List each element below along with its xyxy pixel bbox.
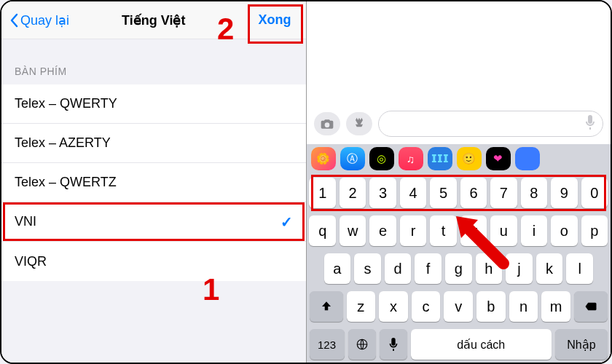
option-label: Telex – QWERTY bbox=[15, 96, 117, 111]
message-compose-area bbox=[307, 1, 611, 103]
settings-panel: Quay lại Tiếng Việt Xong 2 BÀN PHÍM Tele… bbox=[1, 1, 307, 363]
keyboard-option[interactable]: VNI ✓ bbox=[1, 202, 306, 242]
key-b[interactable]: b bbox=[476, 291, 506, 322]
checkmark-icon: ✓ bbox=[280, 213, 293, 231]
app-icon-activity[interactable]: ◎ bbox=[369, 147, 394, 170]
key-g[interactable]: g bbox=[445, 253, 472, 284]
app-icon-digitaltouch[interactable]: ❤ bbox=[486, 147, 511, 170]
key-a[interactable]: a bbox=[324, 253, 351, 284]
option-label: Telex – AZERTY bbox=[15, 135, 111, 151]
key-row-3: a s d f g h j k l bbox=[310, 253, 608, 284]
onscreen-keyboard: 1 2 3 4 5 6 7 8 9 0 q w e r t y u i bbox=[307, 173, 611, 363]
option-label: VNI bbox=[15, 214, 36, 229]
key-h[interactable]: h bbox=[476, 253, 503, 284]
shift-icon bbox=[320, 300, 333, 313]
key-d[interactable]: d bbox=[385, 253, 412, 284]
backspace-icon bbox=[584, 300, 597, 313]
key-z[interactable]: z bbox=[347, 291, 376, 322]
shift-key[interactable] bbox=[310, 291, 343, 322]
keyboard-option[interactable]: VIQR bbox=[1, 242, 306, 281]
keyboard-option[interactable]: Telex – QWERTZ bbox=[1, 163, 306, 202]
key-x[interactable]: x bbox=[379, 291, 408, 322]
mode-key[interactable]: 123 bbox=[310, 329, 345, 360]
key-r[interactable]: r bbox=[400, 215, 426, 246]
key-row-4: z x c v b n m bbox=[310, 291, 608, 322]
messages-panel: 🌼 Ⓐ ◎ ♫ 𝗜𝗜𝗜 🙂 ❤ 1 2 3 4 5 6 7 8 9 0 bbox=[307, 1, 611, 363]
key-0[interactable]: 0 bbox=[581, 178, 608, 208]
nav-title: Tiếng Việt bbox=[122, 12, 185, 28]
section-header: BÀN PHÍM bbox=[1, 39, 306, 84]
app-icon-photos[interactable]: 🌼 bbox=[311, 147, 336, 170]
appstore-button[interactable] bbox=[346, 112, 372, 135]
key-i[interactable]: i bbox=[521, 215, 547, 246]
message-input-bar bbox=[307, 103, 611, 144]
app-strip: 🌼 Ⓐ ◎ ♫ 𝗜𝗜𝗜 🙂 ❤ bbox=[307, 144, 611, 173]
key-row-bottom: 123 dấu cách Nhập bbox=[310, 329, 608, 360]
key-k[interactable]: k bbox=[536, 253, 563, 284]
appstore-icon bbox=[352, 116, 366, 131]
back-label: Quay lại bbox=[20, 12, 69, 28]
nav-bar: Quay lại Tiếng Việt Xong bbox=[1, 1, 306, 39]
chevron-left-icon bbox=[9, 13, 19, 28]
key-5[interactable]: 5 bbox=[430, 178, 456, 208]
key-8[interactable]: 8 bbox=[521, 178, 547, 208]
key-3[interactable]: 3 bbox=[369, 178, 396, 208]
dictation-key[interactable] bbox=[380, 329, 407, 360]
key-y[interactable]: y bbox=[460, 215, 487, 246]
key-row-2: q w e r t y u i o p bbox=[310, 215, 608, 246]
option-label: VIQR bbox=[15, 254, 47, 269]
key-1[interactable]: 1 bbox=[309, 178, 335, 208]
keyboard-option[interactable]: Telex – AZERTY bbox=[1, 124, 306, 163]
mic-icon[interactable] bbox=[585, 115, 595, 132]
key-l[interactable]: l bbox=[566, 253, 593, 284]
key-w[interactable]: w bbox=[340, 215, 366, 246]
key-c[interactable]: c bbox=[412, 291, 441, 322]
keyboard-list: Telex – QWERTY Telex – AZERTY Telex – QW… bbox=[1, 84, 306, 281]
key-q[interactable]: q bbox=[309, 215, 335, 246]
enter-key[interactable]: Nhập bbox=[555, 329, 608, 360]
key-row-numbers: 1 2 3 4 5 6 7 8 9 0 bbox=[310, 178, 608, 208]
annotation-highlight-vni bbox=[3, 202, 305, 241]
key-o[interactable]: o bbox=[551, 215, 577, 246]
back-button[interactable]: Quay lại bbox=[9, 12, 69, 28]
key-s[interactable]: s bbox=[354, 253, 381, 284]
key-t[interactable]: t bbox=[430, 215, 456, 246]
option-label: Telex – QWERTZ bbox=[15, 175, 117, 190]
globe-key[interactable] bbox=[348, 329, 376, 360]
mic-icon bbox=[387, 338, 400, 351]
key-p[interactable]: p bbox=[581, 215, 608, 246]
app-icon-memoji[interactable]: 🙂 bbox=[457, 147, 482, 170]
app-icon-more[interactable] bbox=[515, 147, 540, 170]
camera-button[interactable] bbox=[314, 112, 340, 135]
keyboard-option[interactable]: Telex – QWERTY bbox=[1, 84, 306, 124]
space-key[interactable]: dấu cách bbox=[411, 329, 552, 360]
key-6[interactable]: 6 bbox=[460, 178, 487, 208]
app-icon-appstore[interactable]: Ⓐ bbox=[340, 147, 365, 170]
camera-icon bbox=[320, 116, 334, 131]
key-u[interactable]: u bbox=[490, 215, 517, 246]
app-icon-music[interactable]: ♫ bbox=[399, 147, 423, 170]
key-2[interactable]: 2 bbox=[340, 178, 366, 208]
key-v[interactable]: v bbox=[444, 291, 473, 322]
message-input[interactable] bbox=[378, 111, 604, 137]
globe-icon bbox=[356, 338, 369, 351]
key-m[interactable]: m bbox=[541, 291, 570, 322]
backspace-key[interactable] bbox=[574, 291, 608, 322]
key-9[interactable]: 9 bbox=[551, 178, 577, 208]
app-icon-audio[interactable]: 𝗜𝗜𝗜 bbox=[428, 147, 452, 170]
done-button[interactable]: Xong bbox=[251, 8, 299, 32]
key-4[interactable]: 4 bbox=[400, 178, 426, 208]
key-j[interactable]: j bbox=[506, 253, 533, 284]
key-e[interactable]: e bbox=[369, 215, 396, 246]
key-7[interactable]: 7 bbox=[490, 178, 517, 208]
key-f[interactable]: f bbox=[415, 253, 442, 284]
key-n[interactable]: n bbox=[509, 291, 538, 322]
